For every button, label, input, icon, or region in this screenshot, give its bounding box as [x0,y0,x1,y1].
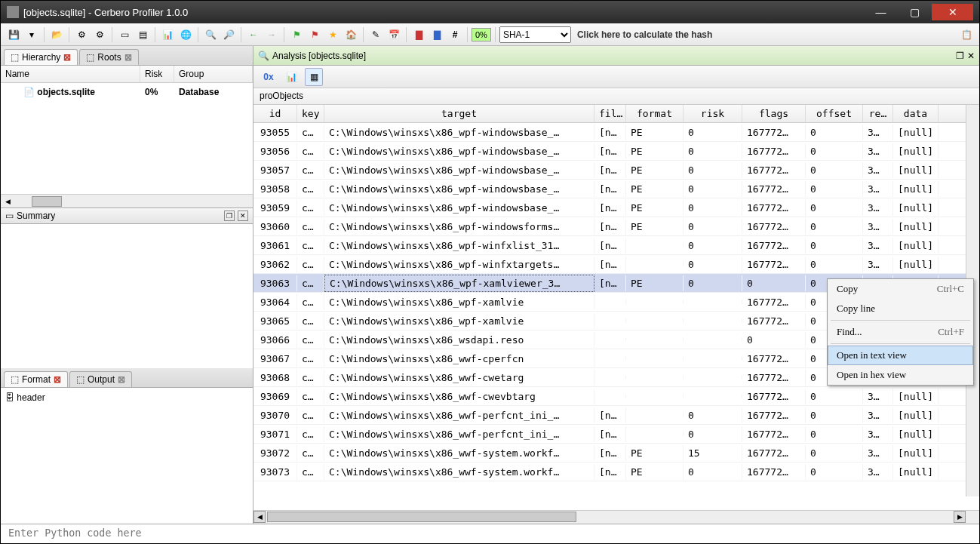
col-risk[interactable]: Risk [140,66,174,82]
table-row[interactable]: 93057c…C:\Windows\winsxs\x86_wpf-windows… [253,161,979,180]
table-row[interactable]: 93059c…C:\Windows\winsxs\x86_wpf-windows… [253,198,979,217]
table-row[interactable]: 93062c…C:\Windows\winsxs\x86_wpf-winfxta… [253,255,979,274]
copy-hash-icon[interactable]: 📋 [958,26,975,43]
close-button[interactable]: ✕ [932,4,973,20]
cell-re: 3… [863,426,893,442]
forward-icon[interactable]: → [263,26,280,43]
table-row[interactable]: 93071c…C:\Windows\winsxs\x86_wwf-perfcnt… [253,425,979,444]
titlebar[interactable]: [objects.sqlite] - Cerbero Profiler 1.0.… [1,1,979,23]
hash-algorithm-select[interactable]: SHA-1 [499,26,571,43]
th-risk[interactable]: risk [684,105,742,122]
th-data[interactable]: data [893,105,939,122]
flag-red-icon[interactable]: ⚑ [306,26,323,43]
table-row[interactable]: 93069c…C:\Windows\winsxs\x86_wwf-cwevbta… [253,387,979,406]
gear-icon[interactable]: ⚙ [73,26,90,43]
table-view-button[interactable]: ▦ [305,68,323,86]
minimize-button[interactable]: — [864,4,898,20]
search-close-icon[interactable]: 🔎 [220,26,237,43]
app-icon [7,6,19,18]
table-row[interactable]: 93058c…C:\Windows\winsxs\x86_wpf-windows… [253,180,979,198]
th-flags[interactable]: flags [742,105,806,122]
flag-green-icon[interactable]: ⚑ [288,26,305,43]
table-hscroll[interactable]: ◀ ▶ [253,510,979,524]
gear2-icon[interactable]: ⚙ [91,26,108,43]
blue-block-icon[interactable]: ▇ [429,26,445,43]
calendar-icon[interactable]: 📅 [386,26,402,43]
table-row[interactable]: 93073c…C:\Windows\winsxs\x86_wwf-system.… [253,463,979,481]
close-icon[interactable]: ✕ [238,211,248,221]
red-block-icon[interactable]: ▇ [410,26,427,43]
hierarchy-tree[interactable]: Name Risk Group 📄 objects.sqlite 0% Data… [1,66,253,194]
table-row[interactable]: 93056c…C:\Windows\winsxs\x86_wpf-windows… [253,142,979,161]
th-id[interactable]: id [253,105,297,122]
format-panel[interactable]: 🗄 header [1,388,253,524]
close-icon[interactable]: ⊠ [54,374,61,385]
globe-icon[interactable]: 🌐 [177,26,194,43]
open-icon[interactable]: 📂 [48,26,65,43]
chart-view-button[interactable]: 📊 [282,68,300,86]
context-menu[interactable]: CopyCtrl+C Copy line Find...Ctrl+F Open … [827,278,974,386]
th-offset[interactable]: offset [806,105,863,122]
close-icon[interactable]: ⊠ [63,52,71,63]
maximize-button[interactable]: ▢ [898,4,932,20]
table-row[interactable]: 93061c…C:\Windows\winsxs\x86_wpf-winfxli… [253,236,979,255]
tree-hscroll[interactable]: ◀ [1,194,253,207]
menu-copy-line[interactable]: Copy line [828,299,973,318]
summary-header[interactable]: ▭ Summary ❐ ✕ [1,207,253,224]
cell-target: C:\Windows\winsxs\x86_wpf-windowsbase_… [324,162,594,178]
table-row[interactable]: 93070c…C:\Windows\winsxs\x86_wwf-perfcnt… [253,406,979,425]
cell-target: C:\Windows\winsxs\x86_wwf-perfcnt_ini_… [324,407,594,423]
hash-icon[interactable]: # [447,26,463,43]
restore-icon[interactable]: ❐ [224,211,235,221]
dropdown-icon[interactable]: ▾ [23,26,40,43]
th-target[interactable]: target [324,105,594,122]
table-row[interactable]: 93060c…C:\Windows\winsxs\x86_wpf-windows… [253,217,979,236]
th-key[interactable]: key [297,105,324,122]
tree-row[interactable]: 📄 objects.sqlite 0% Database [1,83,253,101]
col-name[interactable]: Name [1,66,140,82]
edit-icon[interactable]: ✎ [367,26,384,43]
table-row[interactable]: 93055c…C:\Windows\winsxs\x86_wpf-windows… [253,123,979,142]
hex-view-button[interactable]: 0x [260,68,278,86]
cell-key: c… [297,445,324,461]
th-fil[interactable]: fil… [594,105,626,122]
tab-roots[interactable]: ⬚ Roots ⊠ [79,49,138,65]
hash-hint[interactable]: Click here to calculate the hash [577,29,957,40]
scroll-left-icon[interactable]: ◀ [253,511,266,523]
cell-flags: 167772… [742,162,806,178]
panel-icon[interactable]: ▤ [134,26,151,43]
search-icon[interactable]: 🔍 [202,26,219,43]
window-icon[interactable]: ▭ [116,26,133,43]
tab-output[interactable]: ⬚ Output ⊠ [69,371,132,387]
menu-open-hex[interactable]: Open in hex view [828,365,973,385]
table-row[interactable]: 93072c…C:\Windows\winsxs\x86_wwf-system.… [253,444,979,463]
format-item[interactable]: 🗄 header [5,392,248,403]
restore-icon[interactable]: ❐ [956,51,964,61]
cell-key: c… [297,162,324,178]
th-re[interactable]: re… [863,105,893,122]
cell-risk [684,356,742,361]
col-group[interactable]: Group [174,66,253,82]
chart-icon[interactable]: 📊 [159,26,176,43]
tab-hierarchy[interactable]: ⬚ Hierarchy ⊠ [4,49,78,65]
python-input[interactable] [8,527,972,539]
th-format[interactable]: format [626,105,684,122]
cell-flags: 0 [742,275,806,291]
tab-format[interactable]: ⬚ Format ⊠ [4,371,68,387]
menu-copy[interactable]: CopyCtrl+C [828,279,973,299]
star-icon[interactable]: ★ [324,26,341,43]
cell-risk [684,318,742,323]
back-icon[interactable]: ← [245,26,262,43]
scroll-right-icon[interactable]: ▶ [954,511,966,523]
close-icon[interactable]: ⊠ [118,374,125,385]
cell-re: 3… [863,200,893,216]
close-icon[interactable]: ⊠ [124,52,132,63]
data-table[interactable]: id key target fil… format risk flags off… [253,105,979,510]
cell-id: 93069 [253,389,297,404]
cell-fil: [n… [594,257,626,272]
house-icon[interactable]: 🏠 [343,26,359,43]
menu-open-text[interactable]: Open in text view [828,346,973,365]
save-icon[interactable]: 💾 [5,26,22,43]
menu-find[interactable]: Find...Ctrl+F [828,322,973,342]
close-icon[interactable]: ✕ [967,51,975,61]
